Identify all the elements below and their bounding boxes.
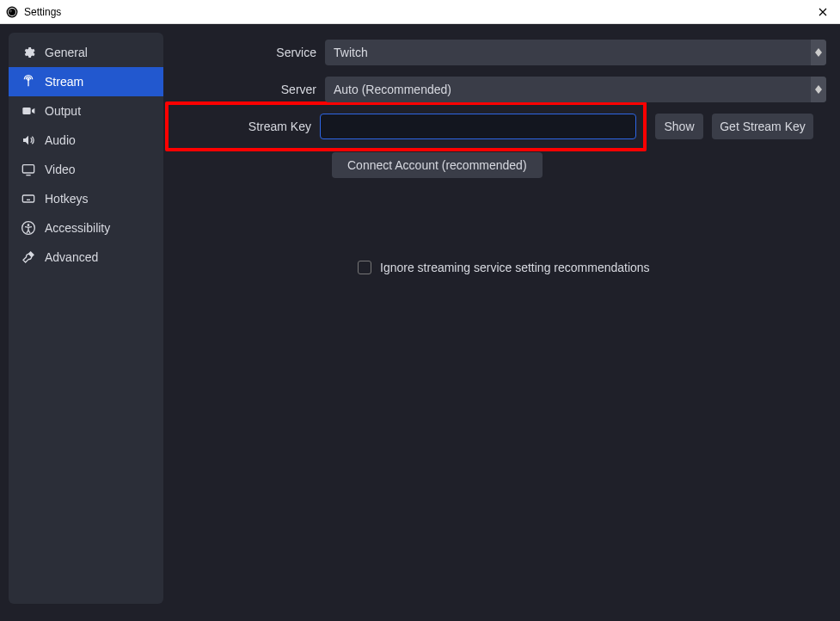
settings-sidebar: General Stream Output Audio Video <box>9 33 163 604</box>
sidebar-item-stream[interactable]: Stream <box>9 67 163 96</box>
service-value: Twitch <box>334 46 368 59</box>
app-body: General Stream Output Audio Video <box>0 24 840 621</box>
antenna-icon <box>21 75 36 89</box>
svg-point-3 <box>9 9 13 13</box>
monitor-icon <box>21 163 36 176</box>
close-button[interactable] <box>811 0 835 24</box>
settings-main-panel: Service Twitch Server Auto (Recommended) <box>163 24 840 621</box>
svg-rect-7 <box>22 195 34 202</box>
sidebar-item-label: Hotkeys <box>45 192 89 206</box>
sidebar-item-label: Advanced <box>45 250 98 264</box>
keyboard-icon <box>21 192 36 206</box>
svg-point-9 <box>28 224 30 226</box>
speaker-icon <box>21 133 36 147</box>
sidebar-item-label: Output <box>45 104 81 118</box>
tools-icon <box>21 250 36 264</box>
window-title: Settings <box>24 6 811 18</box>
output-icon <box>21 104 36 118</box>
ignore-recs-row: Ignore streaming service setting recomme… <box>358 261 826 274</box>
get-stream-key-button[interactable]: Get Stream Key <box>712 114 813 139</box>
server-select[interactable]: Auto (Recommended) <box>325 77 826 102</box>
server-value: Auto (Recommended) <box>334 83 451 96</box>
show-button[interactable]: Show <box>655 114 703 139</box>
updown-icon <box>811 40 826 65</box>
sidebar-item-accessibility[interactable]: Accessibility <box>9 213 163 243</box>
service-row: Service Twitch <box>172 40 826 65</box>
sidebar-item-label: Video <box>45 163 76 176</box>
service-select[interactable]: Twitch <box>325 40 826 65</box>
server-row: Server Auto (Recommended) <box>172 77 826 102</box>
accessibility-icon <box>21 221 36 235</box>
sidebar-item-label: Audio <box>45 133 76 147</box>
sidebar-item-output[interactable]: Output <box>9 96 163 126</box>
obs-app-icon <box>5 5 19 19</box>
updown-icon <box>811 77 826 102</box>
ignore-recs-checkbox[interactable] <box>358 261 371 274</box>
sidebar-item-advanced[interactable]: Advanced <box>9 243 163 272</box>
ignore-recs-label: Ignore streaming service setting recomme… <box>380 261 650 274</box>
streamkey-highlight: Stream Key <box>165 101 647 151</box>
streamkey-row: Stream Key Show Get Stream Key <box>172 114 826 139</box>
sidebar-item-general[interactable]: General <box>9 38 163 67</box>
sidebar-item-audio[interactable]: Audio <box>9 126 163 155</box>
svg-rect-6 <box>22 165 34 173</box>
sidebar-item-label: Stream <box>45 75 83 89</box>
streamkey-input[interactable] <box>320 114 636 139</box>
sidebar-item-hotkeys[interactable]: Hotkeys <box>9 184 163 213</box>
sidebar-item-label: Accessibility <box>45 221 110 235</box>
streamkey-label: Stream Key <box>169 120 320 133</box>
svg-rect-5 <box>22 108 30 114</box>
titlebar: Settings <box>0 0 840 24</box>
server-label: Server <box>172 83 325 96</box>
sidebar-item-video[interactable]: Video <box>9 155 163 184</box>
gear-icon <box>21 46 36 59</box>
sidebar-item-label: General <box>45 46 88 59</box>
connect-account-button[interactable]: Connect Account (recommended) <box>332 152 543 178</box>
connect-row: Connect Account (recommended) <box>332 152 826 178</box>
service-label: Service <box>172 46 325 59</box>
